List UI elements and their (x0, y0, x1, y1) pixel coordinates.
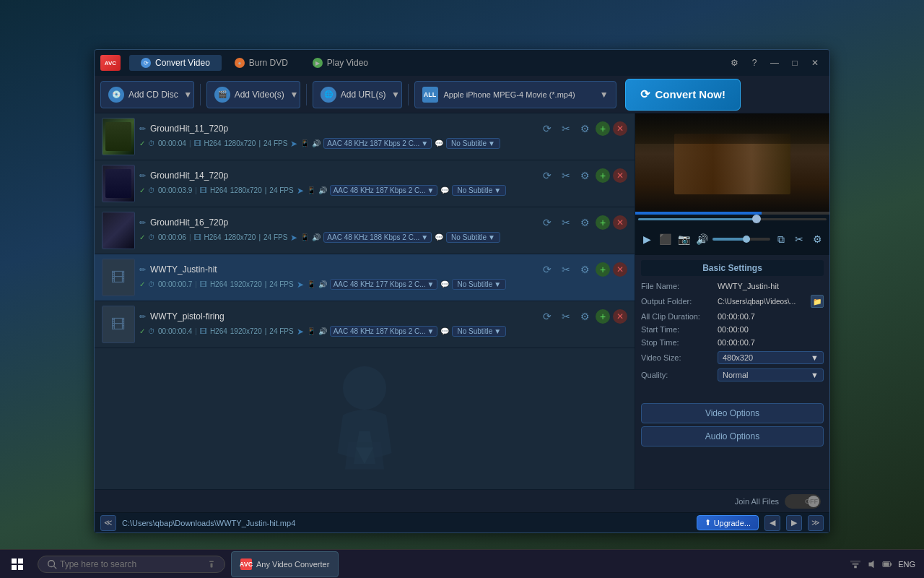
maximize-button[interactable]: □ (786, 54, 803, 72)
convert-now-button[interactable]: ⟳ Convert Now! (625, 79, 741, 111)
cut-btn-4[interactable]: ✂ (558, 262, 574, 277)
settings-btn-1[interactable]: ⚙ (577, 121, 593, 137)
rotate-btn-1[interactable]: ⟳ (539, 121, 555, 137)
settings-btn-5[interactable]: ⚙ (577, 309, 593, 324)
browse-folder-button[interactable]: 📁 (811, 295, 824, 308)
subtitle-dropdown-1[interactable]: No Subtitle ▼ (446, 138, 500, 149)
audio-dropdown-1[interactable]: AAC 48 KHz 187 Kbps 2 C... ▼ (323, 138, 432, 149)
minimize-button[interactable]: — (766, 54, 783, 72)
video-size-dropdown[interactable]: 480x320 ▼ (718, 351, 824, 364)
taskbar-search[interactable] (38, 556, 225, 573)
tab-convert-video[interactable]: ⟳ Convert Video (129, 55, 222, 71)
tab-play-video[interactable]: ▶ Play Video (301, 55, 380, 71)
preview-play-button[interactable]: ▶ (640, 230, 655, 248)
audio-options-button[interactable]: Audio Options (641, 426, 824, 447)
preview-seekbar[interactable] (635, 215, 829, 223)
remove-btn-4[interactable]: ✕ (613, 262, 627, 277)
add-cd-icon: 💿 (108, 87, 124, 103)
settings-filename-row: File Name: WWTY_Justin-hit (641, 282, 824, 290)
preview-video (635, 113, 829, 215)
add-btn-1[interactable]: + (596, 121, 610, 136)
svg-rect-1 (12, 558, 17, 564)
audio-dropdown-2[interactable]: AAC 48 KHz 187 Kbps 2 C... ▼ (330, 185, 438, 196)
settings-btn-2[interactable]: ⚙ (577, 168, 593, 184)
add-cd-dropdown-arrow[interactable]: ▼ (183, 81, 194, 108)
nav-back-button[interactable]: ≪ (100, 515, 116, 531)
add-video-dropdown-arrow[interactable]: ▼ (289, 81, 300, 108)
settings-size-row: Video Size: 480x320 ▼ (641, 351, 824, 364)
video-options-button[interactable]: Video Options (641, 403, 824, 423)
add-cd-button[interactable]: 💿 Add CD Disc (100, 81, 186, 108)
svg-rect-10 (853, 563, 859, 565)
main-window: AVC ⟳ Convert Video ● Burn DVD ▶ Play Vi… (94, 49, 830, 533)
arrow-icon-3: ➤ (290, 233, 297, 243)
tab-burn-dvd[interactable]: ● Burn DVD (223, 55, 300, 71)
settings-folder-row: Output Folder: C:\Users\qbap\Videos\... … (641, 295, 824, 308)
add-btn-3[interactable]: + (596, 215, 610, 230)
burn-tab-icon: ● (235, 58, 245, 68)
audio-dropdown-4[interactable]: AAC 48 KHz 177 Kbps 2 C... ▼ (330, 279, 438, 290)
volume-control[interactable] (712, 238, 770, 241)
remove-btn-1[interactable]: ✕ (613, 121, 627, 136)
subtitle-dropdown-5[interactable]: No Subtitle ▼ (452, 326, 506, 337)
nav-next-button[interactable]: ▶ (786, 515, 802, 531)
add-btn-4[interactable]: + (596, 262, 610, 277)
remove-btn-2[interactable]: ✕ (613, 168, 627, 183)
start-label: Start Time: (641, 325, 713, 334)
preview-copy-button[interactable]: ⧉ (773, 230, 788, 248)
settings-btn-3[interactable]: ⚙ (577, 215, 593, 230)
audio-dropdown-3[interactable]: AAC 48 KHz 188 Kbps 2 C... ▼ (323, 232, 432, 243)
help-icon[interactable]: ? (746, 54, 763, 72)
svg-point-0 (343, 366, 386, 410)
subtitle-dropdown-4[interactable]: No Subtitle ▼ (452, 279, 506, 290)
join-toggle[interactable]: OFF (785, 494, 821, 509)
play-tab-icon: ▶ (313, 58, 323, 68)
start-button[interactable] (0, 550, 35, 579)
add-url-dropdown-arrow[interactable]: ▼ (391, 81, 402, 108)
file-thumbnail-1 (102, 118, 135, 155)
remove-btn-3[interactable]: ✕ (613, 215, 627, 230)
clock-icon-4: ⏱ (148, 280, 155, 288)
upgrade-button[interactable]: ⬆ Upgrade... (697, 515, 759, 530)
rotate-btn-4[interactable]: ⟳ (539, 262, 555, 277)
nav-forward-button[interactable]: ≫ (808, 515, 824, 531)
join-files-label: Join All Files (735, 497, 779, 506)
rotate-btn-3[interactable]: ⟳ (539, 215, 555, 230)
close-button[interactable]: ✕ (806, 54, 824, 72)
preview-settings-button[interactable]: ⚙ (810, 230, 825, 248)
add-btn-5[interactable]: + (596, 309, 610, 324)
settings-panel: Basic Settings File Name: WWTY_Justin-hi… (635, 254, 829, 489)
taskbar-app-item[interactable]: AVC Any Video Converter (231, 551, 339, 577)
settings-btn-4[interactable]: ⚙ (577, 262, 593, 277)
video-icon-1: 🎞 (194, 139, 201, 147)
file-thumbnail-3 (102, 212, 135, 249)
toggle-switch[interactable]: OFF (785, 494, 821, 509)
remove-btn-5[interactable]: ✕ (613, 309, 627, 324)
settings-icon[interactable]: ⚙ (725, 54, 743, 72)
add-video-button[interactable]: 🎬 Add Video(s) (206, 81, 292, 108)
preview-snapshot-button[interactable]: 📷 (676, 230, 692, 248)
nav-prev-button[interactable]: ◀ (764, 515, 780, 531)
cut-btn-3[interactable]: ✂ (558, 215, 574, 230)
add-url-button[interactable]: 🌐 Add URL(s) (313, 81, 394, 108)
format-selector[interactable]: ALL Apple iPhone MPEG-4 Movie (*.mp4) ▼ (414, 81, 616, 108)
preview-mute-button[interactable]: 🔊 (694, 230, 710, 248)
file-info-4: ✏ WWTY_Justin-hit ⟳ ✂ ⚙ + ✕ ✓ (139, 259, 627, 296)
list-item: ✏ GroundHit_16_720p ⟳ ✂ ⚙ + ✕ ✓ (95, 207, 635, 254)
add-btn-2[interactable]: + (596, 168, 610, 183)
quality-dropdown[interactable]: Normal ▼ (718, 368, 824, 381)
subtitle-dropdown-2[interactable]: No Subtitle ▼ (452, 185, 506, 196)
rotate-btn-2[interactable]: ⟳ (539, 168, 555, 184)
cut-btn-5[interactable]: ✂ (558, 309, 574, 324)
subtitle-dropdown-3[interactable]: No Subtitle ▼ (446, 232, 500, 243)
cut-btn-2[interactable]: ✂ (558, 168, 574, 184)
preview-cut-button[interactable]: ✂ (791, 230, 806, 248)
preview-stop-button[interactable]: ⬛ (658, 230, 673, 248)
list-item: 🎞 ✏ WWTY_pistol-firing ⟳ ✂ ⚙ + ✕ (95, 301, 635, 348)
audio-dropdown-5[interactable]: AAC 48 KHz 187 Kbps 2 C... ▼ (330, 326, 438, 337)
file-thumbnail-4: 🎞 (102, 259, 135, 296)
rotate-btn-5[interactable]: ⟳ (539, 309, 555, 324)
cut-btn-1[interactable]: ✂ (558, 121, 574, 137)
video-icon-3: 🎞 (194, 233, 201, 241)
search-input[interactable] (60, 559, 204, 569)
